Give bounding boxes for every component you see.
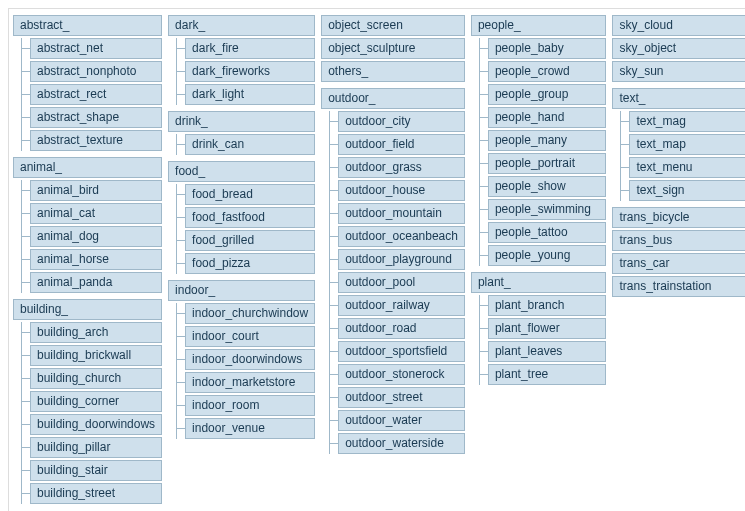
category-node[interactable]: trans_trainstation	[612, 276, 745, 297]
category-child-row: food_grilled	[177, 230, 315, 251]
category-child[interactable]: people_many	[488, 130, 607, 151]
category-node[interactable]: trans_bus	[612, 230, 745, 251]
category-group: text_text_magtext_maptext_menutext_sign	[612, 88, 745, 201]
category-child[interactable]: abstract_texture	[30, 130, 162, 151]
category-child[interactable]: people_show	[488, 176, 607, 197]
category-node[interactable]: sky_sun	[612, 61, 745, 82]
category-node[interactable]: sky_cloud	[612, 15, 745, 36]
category-child[interactable]: indoor_marketstore	[185, 372, 315, 393]
category-parent[interactable]: food_	[168, 161, 315, 182]
tree-connector	[177, 263, 185, 264]
category-parent[interactable]: dark_	[168, 15, 315, 36]
category-child[interactable]: animal_horse	[30, 249, 162, 270]
category-child[interactable]: text_menu	[629, 157, 745, 178]
category-node[interactable]: trans_car	[612, 253, 745, 274]
category-child[interactable]: outdoor_street	[338, 387, 465, 408]
category-child[interactable]: building_church	[30, 368, 162, 389]
category-parent[interactable]: text_	[612, 88, 745, 109]
tree-connector	[177, 359, 185, 360]
category-child[interactable]: indoor_doorwindows	[185, 349, 315, 370]
category-child[interactable]: plant_tree	[488, 364, 607, 385]
category-child[interactable]: people_group	[488, 84, 607, 105]
category-child[interactable]: abstract_shape	[30, 107, 162, 128]
category-child[interactable]: outdoor_field	[338, 134, 465, 155]
category-child[interactable]: people_hand	[488, 107, 607, 128]
category-child[interactable]: animal_panda	[30, 272, 162, 293]
category-child[interactable]: people_tattoo	[488, 222, 607, 243]
category-child-row: outdoor_waterside	[330, 433, 465, 454]
category-child[interactable]: plant_branch	[488, 295, 607, 316]
category-parent[interactable]: animal_	[13, 157, 162, 178]
category-child[interactable]: building_stair	[30, 460, 162, 481]
category-child[interactable]: outdoor_mountain	[338, 203, 465, 224]
category-child[interactable]: dark_fireworks	[185, 61, 315, 82]
category-child[interactable]: outdoor_grass	[338, 157, 465, 178]
tree-connector	[177, 94, 185, 95]
category-node[interactable]: sky_object	[612, 38, 745, 59]
category-node[interactable]: object_screen	[321, 15, 465, 36]
category-child-row: building_doorwindows	[22, 414, 162, 435]
tree-connector	[621, 144, 629, 145]
tree-connector	[330, 167, 338, 168]
category-child[interactable]: people_portrait	[488, 153, 607, 174]
category-node[interactable]: others_	[321, 61, 465, 82]
category-child[interactable]: outdoor_city	[338, 111, 465, 132]
tree-connector	[22, 71, 30, 72]
category-child[interactable]: animal_cat	[30, 203, 162, 224]
category-child[interactable]: food_fastfood	[185, 207, 315, 228]
category-parent[interactable]: building_	[13, 299, 162, 320]
category-child[interactable]: building_brickwall	[30, 345, 162, 366]
category-child[interactable]: building_street	[30, 483, 162, 504]
category-child[interactable]: dark_fire	[185, 38, 315, 59]
category-node[interactable]: object_sculpture	[321, 38, 465, 59]
category-child[interactable]: building_corner	[30, 391, 162, 412]
category-child[interactable]: abstract_rect	[30, 84, 162, 105]
category-child[interactable]: outdoor_stonerock	[338, 364, 465, 385]
category-group: indoor_indoor_churchwindowindoor_courtin…	[168, 280, 315, 439]
category-child[interactable]: food_bread	[185, 184, 315, 205]
category-parent[interactable]: plant_	[471, 272, 607, 293]
category-child[interactable]: people_crowd	[488, 61, 607, 82]
tree-connector	[330, 144, 338, 145]
category-child[interactable]: text_mag	[629, 111, 745, 132]
category-child-row: dark_fireworks	[177, 61, 315, 82]
category-child[interactable]: abstract_nonphoto	[30, 61, 162, 82]
category-child[interactable]: animal_dog	[30, 226, 162, 247]
category-child[interactable]: animal_bird	[30, 180, 162, 201]
category-child-row: plant_flower	[480, 318, 607, 339]
category-child[interactable]: outdoor_waterside	[338, 433, 465, 454]
category-node[interactable]: trans_bicycle	[612, 207, 745, 228]
category-child[interactable]: outdoor_railway	[338, 295, 465, 316]
category-child[interactable]: dark_light	[185, 84, 315, 105]
category-child[interactable]: people_baby	[488, 38, 607, 59]
category-child[interactable]: outdoor_water	[338, 410, 465, 431]
category-child[interactable]: food_grilled	[185, 230, 315, 251]
category-child[interactable]: outdoor_road	[338, 318, 465, 339]
category-child[interactable]: building_pillar	[30, 437, 162, 458]
category-child[interactable]: indoor_room	[185, 395, 315, 416]
category-child[interactable]: abstract_net	[30, 38, 162, 59]
category-parent[interactable]: indoor_	[168, 280, 315, 301]
category-child[interactable]: indoor_court	[185, 326, 315, 347]
category-child[interactable]: outdoor_oceanbeach	[338, 226, 465, 247]
category-child[interactable]: building_doorwindows	[30, 414, 162, 435]
category-parent[interactable]: people_	[471, 15, 607, 36]
category-child[interactable]: people_young	[488, 245, 607, 266]
category-child[interactable]: plant_flower	[488, 318, 607, 339]
category-child[interactable]: outdoor_playground	[338, 249, 465, 270]
category-child[interactable]: text_sign	[629, 180, 745, 201]
category-child[interactable]: outdoor_sportsfield	[338, 341, 465, 362]
category-child[interactable]: plant_leaves	[488, 341, 607, 362]
category-child[interactable]: drink_can	[185, 134, 315, 155]
category-child[interactable]: people_swimming	[488, 199, 607, 220]
category-child[interactable]: outdoor_pool	[338, 272, 465, 293]
category-child[interactable]: indoor_churchwindow	[185, 303, 315, 324]
category-child[interactable]: indoor_venue	[185, 418, 315, 439]
category-child[interactable]: outdoor_house	[338, 180, 465, 201]
category-child[interactable]: food_pizza	[185, 253, 315, 274]
category-parent[interactable]: outdoor_	[321, 88, 465, 109]
category-parent[interactable]: abstract_	[13, 15, 162, 36]
category-parent[interactable]: drink_	[168, 111, 315, 132]
category-child[interactable]: building_arch	[30, 322, 162, 343]
category-child[interactable]: text_map	[629, 134, 745, 155]
